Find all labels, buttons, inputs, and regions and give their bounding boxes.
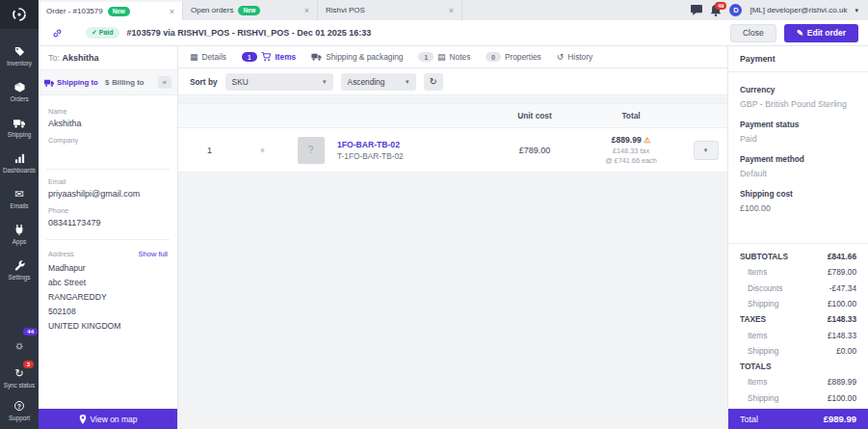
sort-controls: Sort by SKU ▾ Ascending ▾ ↻ (178, 68, 727, 95)
email-value: priyaashilpi@gmail.com (48, 189, 168, 199)
address-label: Address (48, 250, 74, 258)
customer-panel: To: Akshitha Shipping to $ Billing to « … (39, 46, 178, 429)
table-icon: ▦ (190, 52, 198, 62)
payment-title: Payment (728, 46, 868, 72)
sidebar-item-apps[interactable]: Apps (0, 217, 39, 253)
topbar-right: 49 D [ML] developer@rishvi.co.uk ▾ (691, 0, 868, 20)
close-button[interactable]: Close (730, 24, 776, 42)
payment-status-value: Paid (740, 134, 856, 144)
refresh-button[interactable]: ↻ (424, 73, 443, 91)
item-quantity: 1 (178, 146, 241, 155)
tab-order-103579[interactable]: Order - #103579 New × (39, 0, 183, 20)
sidebar-item-sync-status[interactable]: 3 ↻ Sync status (0, 362, 39, 394)
sidebar-item-shipping[interactable]: Shipping (0, 110, 39, 146)
tab-open-orders[interactable]: Open orders New × (183, 0, 318, 20)
tab-billing-to[interactable]: $ Billing to (105, 78, 145, 87)
sidebar-item-label: Settings (9, 274, 31, 281)
edit-order-button[interactable]: ✎ Edit order (784, 24, 858, 42)
grand-total-bar: Total £989.99 (728, 409, 868, 429)
tab-rishvi-pos[interactable]: Rishvi POS × (318, 0, 462, 20)
address-tabs: Shipping to $ Billing to « (39, 69, 177, 95)
workspace-tabbar: Order - #103579 New × Open orders New × … (39, 0, 868, 20)
truck-icon (311, 53, 322, 61)
address-line: abc Street (48, 278, 168, 287)
close-tab-icon[interactable]: × (291, 6, 309, 15)
sidebar-item-dashboards[interactable]: Dashboards (0, 146, 39, 181)
view-on-map-button[interactable]: View on map (39, 409, 177, 429)
tab-shipping-packaging[interactable]: Shipping & packaging (311, 46, 403, 67)
totals-row: Items£789.00 (740, 264, 856, 280)
sync-icon: ↻ (14, 368, 23, 379)
sidebar-item-orders[interactable]: Orders (0, 74, 39, 110)
emails-envelope-icon: ✉ (14, 189, 23, 200)
app-sidebar: Inventory Orders Shipping Dashboards ✉ E… (0, 0, 39, 429)
sidebar-item-support[interactable]: ? Support (0, 394, 39, 427)
app-logo[interactable] (0, 0, 39, 29)
pencil-icon: ✎ (797, 28, 803, 38)
new-badge: New (108, 7, 130, 16)
total-column-header: Total (578, 111, 684, 121)
truck-icon (44, 79, 54, 87)
customer-name-header: Akshitha (63, 53, 99, 63)
totals-row: Shipping£100.00 (740, 390, 856, 406)
show-full-link[interactable]: Show full (139, 250, 168, 258)
chevron-down-icon: ▾ (406, 78, 409, 86)
totals-row: Items£889.99 (740, 374, 856, 389)
tab-properties[interactable]: 0 Properties (486, 46, 540, 67)
item-sku-link[interactable]: 1FO-BAR-TB-02 (337, 140, 491, 149)
totals-row: Shipping£0.00 (740, 343, 856, 359)
chat-bubble-icon[interactable] (691, 5, 702, 15)
shipping-cost-label: Shipping cost (740, 189, 856, 199)
totals-row: TOTALS (740, 359, 856, 374)
tab-history[interactable]: ↺ History (557, 46, 592, 67)
close-tab-icon[interactable]: × (156, 7, 174, 16)
item-thumbnail[interactable]: ? (298, 137, 325, 164)
sidebar-bottom: 44 ☼ 3 ↻ Sync status ? Support (0, 329, 39, 427)
order-actions: Close ✎ Edit order (730, 24, 868, 42)
sidebar-item-label: Dashboards (3, 167, 36, 174)
order-main-panel: ▦ Details 1 Items Shipping & packaging 1… (178, 46, 727, 429)
sidebar-item-label: Orders (10, 95, 28, 102)
collapse-panel-button[interactable]: « (158, 76, 171, 89)
tab-items[interactable]: 1 Items (242, 46, 296, 67)
tab-label: Order - #103579 (46, 7, 103, 15)
sidebar-item-inventory[interactable]: Inventory (0, 39, 39, 74)
item-unit-cost: £789.00 (491, 146, 578, 155)
order-totals: SUBTOTALS£841.66 Items£789.00 Discounts-… (728, 243, 868, 409)
tab-notes[interactable]: 1 ▤ Notes (418, 46, 470, 67)
dashboards-chart-icon (14, 153, 25, 164)
order-title: #103579 via RISHVI_POS - RISHVI_POS - De… (127, 28, 372, 38)
sidebar-item-label: Apps (13, 238, 26, 245)
order-subheader: ✓ Paid #103579 via RISHVI_POS - RISHVI_P… (39, 20, 868, 46)
tab-shipping-to[interactable]: Shipping to (44, 78, 98, 87)
bell-icon[interactable]: 49 (710, 5, 722, 16)
map-pin-icon (79, 415, 87, 424)
item-actions-dropdown[interactable]: ▾ (694, 141, 719, 160)
chevron-down-icon: ▾ (323, 78, 327, 86)
avatar[interactable]: D (729, 4, 742, 16)
sidebar-item-settings[interactable]: Settings (0, 253, 39, 288)
sidebar-item-emails[interactable]: ✉ Emails (0, 181, 39, 217)
name-label: Name (48, 107, 168, 116)
tab-label: Open orders (191, 6, 233, 14)
to-label: To: (48, 53, 60, 63)
phone-value: 08341173479 (48, 218, 168, 228)
inventory-tag-icon (14, 46, 25, 57)
apps-plug-icon (14, 225, 24, 235)
shipping-cost-value: £100.00 (740, 203, 856, 213)
sidebar-item-whats-new[interactable]: 44 ☼ (0, 329, 39, 362)
sort-direction-select[interactable]: Ascending ▾ (341, 73, 416, 91)
link-icon[interactable] (52, 28, 63, 39)
note-icon: ▤ (437, 52, 446, 62)
user-menu[interactable]: [ML] developer@rishvi.co.uk (750, 6, 847, 14)
divider (46, 239, 170, 240)
customer-details: Name Akshitha Company Email priyaashilpi… (39, 95, 177, 331)
sidebar-item-label: Support (9, 415, 30, 421)
close-tab-icon[interactable]: × (435, 6, 454, 15)
items-count-badge: 1 (242, 52, 257, 62)
chevron-down-icon[interactable]: ▾ (855, 7, 858, 14)
sort-field-select[interactable]: SKU ▾ (225, 73, 333, 91)
company-value (48, 147, 168, 157)
payment-fields: Currency GBP - British Pound Sterling Pa… (728, 72, 868, 215)
tab-details[interactable]: ▦ Details (190, 46, 226, 67)
